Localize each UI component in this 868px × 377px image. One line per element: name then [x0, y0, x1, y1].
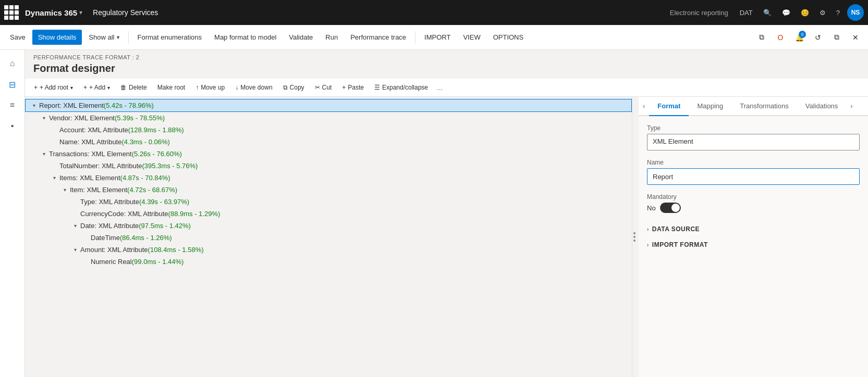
- tree-item[interactable]: ▾Report: XML Element (5.42s - 78.96%): [25, 99, 632, 112]
- data-source-section[interactable]: › DATA SOURCE: [647, 221, 860, 237]
- tree-item[interactable]: ▾Date: XML Attribute (97.5ms - 1.42%): [25, 220, 632, 232]
- tree-item[interactable]: ▾Transactions: XML Element (5.26s - 76.6…: [25, 148, 632, 160]
- copy-label: Copy: [290, 84, 304, 91]
- settings-button[interactable]: ⚙: [816, 7, 829, 19]
- cut-button[interactable]: ✂ Cut: [310, 81, 337, 94]
- sidebar-filter[interactable]: ⊟: [3, 75, 22, 94]
- tree-item[interactable]: ▾Vendor: XML Element (5.39s - 78.55%): [25, 112, 632, 124]
- tree-item[interactable]: TotalNumber: XML Attribute (395.3ms - 5.…: [25, 160, 632, 172]
- tree-item[interactable]: ▾Items: XML Element (4.87s - 70.84%): [25, 172, 632, 184]
- paste-button[interactable]: + Paste: [337, 81, 369, 94]
- embed-button[interactable]: ⧉: [753, 29, 770, 46]
- tree-toggle[interactable]: ▾: [71, 223, 79, 229]
- help-button[interactable]: ?: [833, 7, 843, 19]
- import-button[interactable]: IMPORT: [419, 30, 456, 45]
- make-root-button[interactable]: Make root: [153, 81, 190, 94]
- show-all-button[interactable]: Show all ▾: [83, 30, 125, 45]
- sidebar-home[interactable]: ⌂: [3, 54, 22, 73]
- tree-item[interactable]: Name: XML Attribute (4.3ms - 0.06%): [25, 136, 632, 148]
- tree-toggle[interactable]: ▾: [40, 151, 48, 157]
- add-chevron: ▾: [107, 85, 110, 91]
- tabs-right-arrow[interactable]: ›: [846, 97, 857, 115]
- view-button[interactable]: VIEW: [457, 30, 486, 45]
- add-root-label: + Add root: [40, 84, 68, 91]
- tree-item-perf: (4.72s - 68.67%): [127, 186, 177, 194]
- search-button[interactable]: 🔍: [760, 7, 775, 19]
- office-icon[interactable]: O: [772, 29, 789, 46]
- move-down-button[interactable]: ↓ Move down: [230, 81, 277, 94]
- name-input[interactable]: [647, 168, 860, 185]
- close-button[interactable]: ✕: [847, 29, 864, 46]
- import-format-label: IMPORT FORMAT: [652, 241, 708, 248]
- expand-collapse-button[interactable]: ☰ Expand/collapse: [370, 81, 433, 94]
- copy-button[interactable]: ⧉ Copy: [278, 81, 309, 94]
- sidebar-chart[interactable]: ▪: [3, 117, 22, 135]
- mandatory-toggle[interactable]: [660, 203, 681, 213]
- map-format-to-model-button[interactable]: Map format to model: [209, 30, 282, 45]
- import-format-section[interactable]: › IMPORT FORMAT: [647, 237, 860, 253]
- split-handle[interactable]: [632, 97, 639, 377]
- message-button[interactable]: 💬: [779, 7, 793, 19]
- tree-toggle[interactable]: ▾: [40, 115, 48, 121]
- import-format-chevron: ›: [647, 242, 649, 248]
- tree-item-perf: (88.9ms - 1.29%): [168, 210, 221, 218]
- add-root-chevron: ▾: [70, 85, 73, 91]
- tree-item-perf: (99.0ms - 1.44%): [132, 258, 184, 266]
- cut-icon: ✂: [315, 84, 320, 91]
- more-options-button[interactable]: ...: [434, 81, 446, 94]
- add-button[interactable]: + + Add ▾: [79, 81, 115, 94]
- tree-area: ▾Report: XML Element (5.42s - 78.96%)▾Ve…: [25, 97, 632, 377]
- tab-format[interactable]: Format: [649, 97, 689, 116]
- grid-icon: [4, 5, 19, 20]
- show-all-label: Show all: [89, 33, 114, 41]
- tree-item[interactable]: ▾Item: XML Element (4.72s - 68.67%): [25, 184, 632, 196]
- user-settings-button[interactable]: 😊: [798, 7, 812, 19]
- apps-grid-button[interactable]: [4, 4, 21, 21]
- delete-button[interactable]: 🗑 Delete: [116, 81, 152, 94]
- tree-item[interactable]: ▾Amount: XML Attribute (108.4ms - 1.58%): [25, 244, 632, 256]
- tree-toggle[interactable]: ▾: [30, 103, 38, 108]
- format-enumerations-button[interactable]: Format enumerations: [132, 30, 208, 45]
- options-button[interactable]: OPTIONS: [487, 30, 530, 45]
- run-button[interactable]: Run: [320, 30, 344, 45]
- tree-item-text: Date: XML Attribute: [80, 222, 139, 230]
- validate-button[interactable]: Validate: [283, 30, 319, 45]
- type-label: Type: [647, 124, 860, 132]
- mandatory-label: Mandatory: [647, 193, 860, 200]
- tab-mapping[interactable]: Mapping: [689, 97, 731, 116]
- move-up-button[interactable]: ↑ Move up: [191, 81, 229, 94]
- notification-button[interactable]: 🔔 0: [791, 29, 808, 46]
- refresh-button[interactable]: ↺: [810, 29, 826, 46]
- paste-icon: +: [342, 84, 346, 91]
- tabs-left-arrow[interactable]: ‹: [639, 97, 649, 115]
- split-layout: ▾Report: XML Element (5.42s - 78.96%)▾Ve…: [25, 97, 868, 377]
- open-new-window-button[interactable]: ⧉: [828, 29, 845, 46]
- tree-item[interactable]: DateTime (86.4ms - 1.26%): [25, 232, 632, 244]
- tree-toggle[interactable]: ▾: [50, 175, 58, 181]
- save-button[interactable]: Save: [4, 30, 31, 45]
- tab-validations[interactable]: Validations: [797, 97, 847, 116]
- move-up-icon: ↑: [195, 84, 199, 91]
- mandatory-field-group: Mandatory No: [647, 193, 860, 213]
- tree-item-text: Item: XML Element: [70, 186, 127, 194]
- tree-item[interactable]: Numeric Real (99.0ms - 1.44%): [25, 256, 632, 268]
- performance-trace-button[interactable]: Performance trace: [345, 30, 412, 45]
- sidebar-list[interactable]: ≡: [3, 96, 22, 115]
- tree-item-perf: (108.4ms - 1.58%): [148, 246, 204, 254]
- tree-toggle[interactable]: ▾: [71, 247, 79, 253]
- tree-item[interactable]: CurrencyCode: XML Attribute (88.9ms - 1.…: [25, 208, 632, 220]
- tree-toggle[interactable]: ▾: [60, 187, 69, 193]
- delete-label: Delete: [129, 84, 147, 91]
- add-root-button[interactable]: + + Add root ▾: [29, 81, 78, 94]
- page-title: Format designer: [25, 62, 868, 79]
- content-area: PERFORMANCE TRACE FORMAT : 2 Format desi…: [25, 50, 868, 377]
- user-avatar[interactable]: NS: [847, 4, 864, 21]
- show-details-button[interactable]: Show details: [32, 30, 82, 45]
- app-chevron[interactable]: ▾: [79, 9, 82, 16]
- tree-item-text: Report: XML Element: [39, 102, 104, 109]
- delete-icon: 🗑: [120, 84, 127, 91]
- tab-transformations[interactable]: Transformations: [731, 97, 797, 116]
- tree-item[interactable]: Type: XML Attribute (4.39s - 63.97%): [25, 196, 632, 208]
- tree-item-perf: (395.3ms - 5.76%): [142, 162, 198, 170]
- tree-item[interactable]: Account: XML Attribute (128.9ms - 1.88%): [25, 124, 632, 136]
